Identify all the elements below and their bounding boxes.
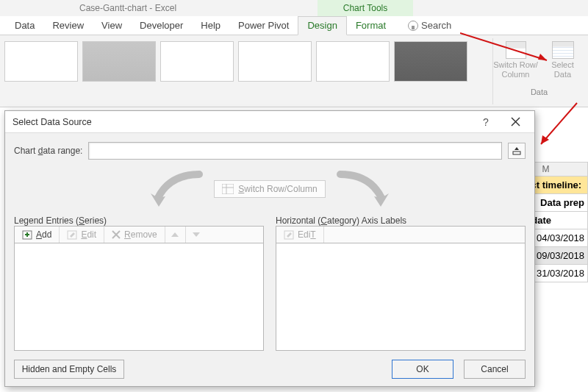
chart-data-range-input[interactable] [88,142,502,160]
ok-button[interactable]: OK [392,360,453,379]
edit-icon [284,230,294,240]
switch-row-column-button-dialog: Switch Row/Column [214,180,325,198]
category-axis-label: Horizontal (Category) Axis Labels [276,215,526,226]
tell-me-search[interactable]: Search [395,17,459,35]
remove-icon [112,230,121,239]
chevron-down-icon [193,232,200,237]
select-data-source-dialog: Select Data Source ? Chart data range: [4,110,535,387]
edit-category-button: EdiT [276,227,324,243]
switch-row-column-icon [222,184,234,194]
svg-marker-7 [514,147,519,150]
legend-series-listbox[interactable] [14,243,264,351]
tab-view[interactable]: View [93,17,131,35]
category-axis-listbox[interactable] [276,243,526,351]
annotation-arrow [537,101,588,153]
curve-arrow-right-icon [333,170,392,208]
ribbon-group-label-data: Data [531,88,548,96]
app-title-bar: Case-Gantt-chart - Excel Chart Tools [0,0,588,16]
tab-help[interactable]: Help [192,17,229,35]
chart-style-thumb[interactable] [238,41,312,82]
tab-developer[interactable]: Developer [131,17,192,35]
curve-arrow-left-icon [148,170,207,208]
chart-style-thumb[interactable] [394,41,467,82]
lightbulb-icon [408,21,418,31]
chart-tools-context: Chart Tools [318,0,413,16]
tab-power-pivot[interactable]: Power Pivot [229,17,298,35]
close-icon [511,117,520,126]
tab-review[interactable]: Review [43,17,93,35]
chart-style-thumb[interactable] [82,41,156,82]
chevron-up-icon [171,232,179,237]
chart-styles-gallery[interactable] [4,41,467,85]
svg-marker-1 [538,54,547,60]
collapse-icon [512,146,521,155]
legend-series-panel: Add Edit Remove [14,226,264,351]
help-icon: ? [483,116,489,128]
tab-format[interactable]: Format [347,17,395,35]
move-up-button [165,227,186,243]
svg-rect-9 [222,184,234,194]
hidden-empty-cells-button[interactable]: Hidden and Empty Cells [14,360,124,379]
add-icon [22,230,32,240]
tab-data[interactable]: Data [6,17,43,35]
chart-style-thumb[interactable] [4,41,78,82]
move-down-button [186,227,207,243]
chart-style-thumb[interactable] [316,41,390,82]
dialog-titlebar[interactable]: Select Data Source ? [5,111,534,133]
cancel-button[interactable]: Cancel [464,360,526,379]
category-axis-panel: EdiT [276,226,526,351]
tab-design[interactable]: Design [298,16,346,35]
document-title: Case-Gantt-chart - Excel [79,3,176,13]
svg-marker-20 [193,232,200,237]
svg-rect-6 [513,152,520,154]
svg-marker-19 [171,232,179,237]
dialog-title: Select Data Source [12,117,92,127]
close-button[interactable] [501,112,530,132]
legend-entries-label: Legend Entries (Series) [14,215,264,226]
svg-line-0 [460,33,547,60]
edit-series-button: Edit [60,227,104,243]
chart-data-range-label: Chart data range: [14,146,82,156]
add-series-button[interactable]: Add [15,227,60,243]
edit-icon [67,230,77,240]
annotation-arrow [460,24,563,68]
chart-style-thumb[interactable] [160,41,234,82]
help-button[interactable]: ? [471,112,501,132]
remove-series-button: Remove [104,227,165,243]
collapse-dialog-button[interactable] [508,143,526,159]
